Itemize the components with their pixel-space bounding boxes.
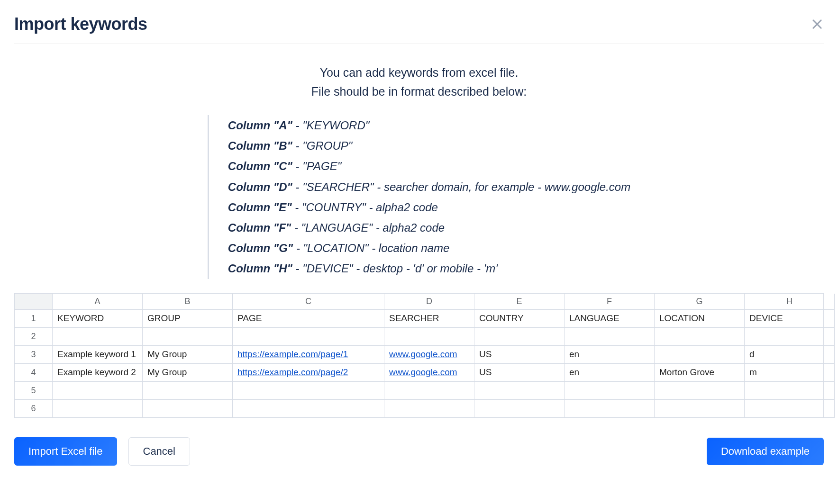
intro-text: You can add keywords from excel file. Fi…	[14, 63, 824, 101]
modal-header: Import keywords	[14, 14, 824, 44]
modal-title: Import keywords	[14, 14, 147, 34]
table-cell: DEVICE	[745, 310, 835, 328]
intro-line2: File should be in format described below…	[14, 82, 824, 101]
column-a-desc: Column "A" - "KEYWORD"	[228, 115, 630, 135]
close-icon[interactable]	[811, 18, 824, 31]
table-cell: d	[745, 346, 835, 364]
table-cell: Example keyword 2	[53, 364, 143, 382]
column-format-description: Column "A" - "KEYWORD" Column "B" - "GRO…	[208, 115, 630, 279]
col-letter: C	[233, 294, 384, 310]
table-cell: www.google.com	[384, 346, 474, 364]
col-letter: B	[143, 294, 233, 310]
table-cell: My Group	[143, 364, 233, 382]
column-c-desc: Column "C" - "PAGE"	[228, 156, 630, 176]
table-cell: https://example.com/page/1	[233, 346, 384, 364]
column-d-desc: Column "D" - "SEARCHER" - searcher domai…	[228, 177, 630, 197]
column-g-desc: Column "G" - "LOCATION" - location name	[228, 238, 630, 258]
cancel-button[interactable]: Cancel	[128, 437, 190, 466]
table-cell: COUNTRY	[474, 310, 565, 328]
spreadsheet-row: 6	[15, 400, 823, 418]
modal-footer: Import Excel file Cancel Download exampl…	[14, 437, 824, 466]
col-letter: A	[53, 294, 143, 310]
row-num: 1	[15, 310, 53, 328]
table-cell: US	[474, 364, 565, 382]
row-num: 6	[15, 400, 53, 418]
table-cell: US	[474, 346, 565, 364]
spreadsheet-row: 4 Example keyword 2 My Group https://exa…	[15, 364, 823, 382]
spreadsheet-preview: A B C D E F G H 1 KEYWORD GROUP PAGE SEA…	[14, 293, 824, 418]
import-keywords-modal: Import keywords You can add keywords fro…	[14, 14, 824, 490]
spreadsheet-header-row: 1 KEYWORD GROUP PAGE SEARCHER COUNTRY LA…	[15, 310, 823, 328]
row-num: 2	[15, 328, 53, 346]
table-cell: Morton Grove	[655, 364, 745, 382]
row-num: 5	[15, 382, 53, 400]
col-letter: E	[474, 294, 565, 310]
column-b-desc: Column "B" - "GROUP"	[228, 135, 630, 156]
table-cell	[655, 346, 745, 364]
table-cell: My Group	[143, 346, 233, 364]
col-letter: D	[384, 294, 474, 310]
table-cell: www.google.com	[384, 364, 474, 382]
import-excel-button[interactable]: Import Excel file	[14, 437, 117, 466]
table-cell: Example keyword 1	[53, 346, 143, 364]
download-example-button[interactable]: Download example	[707, 438, 824, 465]
table-cell: GROUP	[143, 310, 233, 328]
table-cell: en	[565, 346, 655, 364]
column-h-desc: Column "H" - "DEVICE" - desktop - 'd' or…	[228, 258, 630, 279]
spreadsheet-row: 2	[15, 328, 823, 346]
col-letter: G	[655, 294, 745, 310]
table-cell: m	[745, 364, 835, 382]
spreadsheet-row: 3 Example keyword 1 My Group https://exa…	[15, 346, 823, 364]
table-cell: en	[565, 364, 655, 382]
table-cell: LANGUAGE	[565, 310, 655, 328]
col-letter: H	[745, 294, 835, 310]
table-cell: SEARCHER	[384, 310, 474, 328]
table-cell: https://example.com/page/2	[233, 364, 384, 382]
row-num: 3	[15, 346, 53, 364]
column-e-desc: Column "E" - "COUNTRY" - alpha2 code	[228, 197, 630, 217]
spreadsheet-column-letters: A B C D E F G H	[15, 294, 823, 310]
column-f-desc: Column "F" - "LANGUAGE" - alpha2 code	[228, 217, 630, 238]
table-cell: LOCATION	[655, 310, 745, 328]
table-cell: KEYWORD	[53, 310, 143, 328]
col-letter: F	[565, 294, 655, 310]
spreadsheet-row: 5	[15, 382, 823, 400]
intro-line1: You can add keywords from excel file.	[14, 63, 824, 82]
row-num: 4	[15, 364, 53, 382]
table-cell: PAGE	[233, 310, 384, 328]
